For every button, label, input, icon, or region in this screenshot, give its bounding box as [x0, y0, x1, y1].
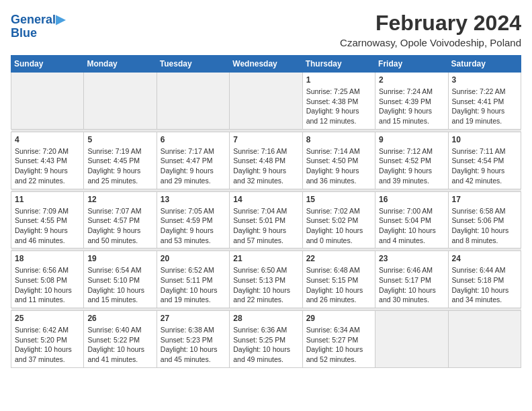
weekday-header: Saturday — [448, 56, 521, 73]
day-number: 22 — [306, 254, 371, 263]
day-number: 13 — [161, 195, 226, 204]
day-info: Sunrise: 6:58 AMSunset: 5:06 PMDaylight:… — [452, 206, 517, 246]
day-info: Sunrise: 6:42 AMSunset: 5:20 PMDaylight:… — [15, 325, 80, 365]
day-number: 12 — [87, 195, 152, 204]
calendar-cell: 22Sunrise: 6:48 AMSunset: 5:15 PMDayligh… — [302, 251, 375, 308]
day-number: 28 — [233, 314, 298, 323]
day-info: Sunrise: 6:56 AMSunset: 5:08 PMDaylight:… — [15, 265, 80, 305]
day-number: 7 — [233, 135, 298, 144]
day-number: 23 — [379, 254, 444, 263]
day-number: 2 — [379, 75, 444, 85]
calendar-week-row: 11Sunrise: 7:09 AMSunset: 4:55 PMDayligh… — [11, 191, 521, 248]
calendar-cell: 20Sunrise: 6:52 AMSunset: 5:11 PMDayligh… — [157, 251, 229, 308]
day-info: Sunrise: 7:16 AMSunset: 4:48 PMDaylight:… — [233, 146, 298, 186]
day-info: Sunrise: 7:20 AMSunset: 4:43 PMDaylight:… — [15, 146, 80, 186]
weekday-header: Thursday — [302, 56, 375, 73]
calendar-cell — [11, 73, 84, 130]
calendar-cell: 16Sunrise: 7:00 AMSunset: 5:04 PMDayligh… — [375, 191, 448, 248]
calendar-cell: 3Sunrise: 7:22 AMSunset: 4:41 PMDaylight… — [448, 73, 521, 130]
weekday-header: Tuesday — [157, 56, 229, 73]
day-info: Sunrise: 6:34 AMSunset: 5:27 PMDaylight:… — [306, 325, 371, 365]
day-number: 26 — [87, 314, 152, 323]
day-info: Sunrise: 7:11 AMSunset: 4:54 PMDaylight:… — [452, 146, 517, 186]
day-info: Sunrise: 6:46 AMSunset: 5:17 PMDaylight:… — [379, 265, 444, 305]
calendar-cell: 28Sunrise: 6:36 AMSunset: 5:25 PMDayligh… — [230, 311, 302, 368]
calendar-week-row: 4Sunrise: 7:20 AMSunset: 4:43 PMDaylight… — [11, 132, 521, 189]
calendar-cell: 10Sunrise: 7:11 AMSunset: 4:54 PMDayligh… — [448, 132, 521, 189]
day-number: 19 — [87, 254, 152, 263]
day-number: 6 — [161, 135, 226, 144]
day-info: Sunrise: 7:02 AMSunset: 5:02 PMDaylight:… — [306, 206, 371, 246]
day-info: Sunrise: 6:40 AMSunset: 5:22 PMDaylight:… — [87, 325, 152, 365]
weekday-header: Sunday — [11, 56, 84, 73]
calendar-week-row: 25Sunrise: 6:42 AMSunset: 5:20 PMDayligh… — [11, 311, 521, 368]
calendar-cell: 13Sunrise: 7:05 AMSunset: 4:59 PMDayligh… — [157, 191, 229, 248]
logo: General▶ Blue — [11, 13, 65, 40]
day-info: Sunrise: 7:24 AMSunset: 4:39 PMDaylight:… — [379, 87, 444, 126]
calendar-cell: 4Sunrise: 7:20 AMSunset: 4:43 PMDaylight… — [11, 132, 84, 189]
weekday-header: Friday — [375, 56, 448, 73]
day-info: Sunrise: 6:50 AMSunset: 5:13 PMDaylight:… — [233, 265, 298, 305]
calendar-cell — [84, 73, 157, 130]
day-number: 11 — [15, 195, 80, 204]
day-info: Sunrise: 7:04 AMSunset: 5:01 PMDaylight:… — [233, 206, 298, 246]
title-block: February 2024 Czarnowasy, Opole Voivodes… — [340, 11, 521, 48]
calendar-cell: 17Sunrise: 6:58 AMSunset: 5:06 PMDayligh… — [448, 191, 521, 248]
calendar-cell: 9Sunrise: 7:12 AMSunset: 4:52 PMDaylight… — [375, 132, 448, 189]
calendar-week-row: 18Sunrise: 6:56 AMSunset: 5:08 PMDayligh… — [11, 251, 521, 308]
day-number: 10 — [452, 135, 517, 144]
day-info: Sunrise: 7:09 AMSunset: 4:55 PMDaylight:… — [15, 206, 80, 246]
calendar-week-row: 1Sunrise: 7:25 AMSunset: 4:38 PMDaylight… — [11, 73, 521, 130]
calendar-cell: 26Sunrise: 6:40 AMSunset: 5:22 PMDayligh… — [84, 311, 157, 368]
day-info: Sunrise: 6:48 AMSunset: 5:15 PMDaylight:… — [306, 265, 371, 305]
day-number: 29 — [306, 314, 371, 323]
calendar-cell — [375, 311, 448, 368]
day-info: Sunrise: 6:54 AMSunset: 5:10 PMDaylight:… — [87, 265, 152, 305]
day-number: 25 — [15, 314, 80, 323]
day-info: Sunrise: 7:05 AMSunset: 4:59 PMDaylight:… — [161, 206, 226, 246]
calendar-cell: 6Sunrise: 7:17 AMSunset: 4:47 PMDaylight… — [157, 132, 229, 189]
calendar-header-row: SundayMondayTuesdayWednesdayThursdayFrid… — [11, 56, 521, 73]
day-number: 8 — [306, 135, 371, 144]
calendar-cell: 15Sunrise: 7:02 AMSunset: 5:02 PMDayligh… — [302, 191, 375, 248]
calendar-cell: 19Sunrise: 6:54 AMSunset: 5:10 PMDayligh… — [84, 251, 157, 308]
page-header: General▶ Blue February 2024 Czarnowasy, … — [11, 11, 521, 48]
calendar-cell: 21Sunrise: 6:50 AMSunset: 5:13 PMDayligh… — [230, 251, 302, 308]
calendar-cell: 27Sunrise: 6:38 AMSunset: 5:23 PMDayligh… — [157, 311, 229, 368]
day-info: Sunrise: 7:19 AMSunset: 4:45 PMDaylight:… — [87, 146, 152, 186]
weekday-header: Wednesday — [230, 56, 302, 73]
calendar-cell — [230, 73, 302, 130]
month-title: February 2024 — [340, 11, 521, 36]
calendar-cell: 29Sunrise: 6:34 AMSunset: 5:27 PMDayligh… — [302, 311, 375, 368]
day-info: Sunrise: 7:00 AMSunset: 5:04 PMDaylight:… — [379, 206, 444, 246]
day-info: Sunrise: 6:52 AMSunset: 5:11 PMDaylight:… — [161, 265, 226, 305]
calendar-table: SundayMondayTuesdayWednesdayThursdayFrid… — [11, 55, 521, 368]
day-info: Sunrise: 7:07 AMSunset: 4:57 PMDaylight:… — [87, 206, 152, 246]
calendar-cell: 23Sunrise: 6:46 AMSunset: 5:17 PMDayligh… — [375, 251, 448, 308]
calendar-cell: 1Sunrise: 7:25 AMSunset: 4:38 PMDaylight… — [302, 73, 375, 130]
day-number: 9 — [379, 135, 444, 144]
day-info: Sunrise: 6:38 AMSunset: 5:23 PMDaylight:… — [161, 325, 226, 365]
day-number: 24 — [452, 254, 517, 263]
day-info: Sunrise: 7:25 AMSunset: 4:38 PMDaylight:… — [306, 87, 371, 126]
calendar-cell: 18Sunrise: 6:56 AMSunset: 5:08 PMDayligh… — [11, 251, 84, 308]
calendar-cell: 2Sunrise: 7:24 AMSunset: 4:39 PMDaylight… — [375, 73, 448, 130]
day-number: 1 — [306, 75, 371, 85]
calendar-cell — [448, 311, 521, 368]
day-info: Sunrise: 7:14 AMSunset: 4:50 PMDaylight:… — [306, 146, 371, 186]
calendar-cell: 11Sunrise: 7:09 AMSunset: 4:55 PMDayligh… — [11, 191, 84, 248]
calendar-cell: 7Sunrise: 7:16 AMSunset: 4:48 PMDaylight… — [230, 132, 302, 189]
day-number: 20 — [161, 254, 226, 263]
day-number: 3 — [452, 75, 517, 85]
day-number: 15 — [306, 195, 371, 204]
calendar-cell: 12Sunrise: 7:07 AMSunset: 4:57 PMDayligh… — [84, 191, 157, 248]
logo-text: General▶ Blue — [11, 13, 65, 40]
calendar-cell — [157, 73, 229, 130]
day-number: 27 — [161, 314, 226, 323]
calendar-cell: 14Sunrise: 7:04 AMSunset: 5:01 PMDayligh… — [230, 191, 302, 248]
day-number: 4 — [15, 135, 80, 144]
day-info: Sunrise: 7:17 AMSunset: 4:47 PMDaylight:… — [161, 146, 226, 186]
day-info: Sunrise: 7:12 AMSunset: 4:52 PMDaylight:… — [379, 146, 444, 186]
day-number: 21 — [233, 254, 298, 263]
calendar-cell: 5Sunrise: 7:19 AMSunset: 4:45 PMDaylight… — [84, 132, 157, 189]
